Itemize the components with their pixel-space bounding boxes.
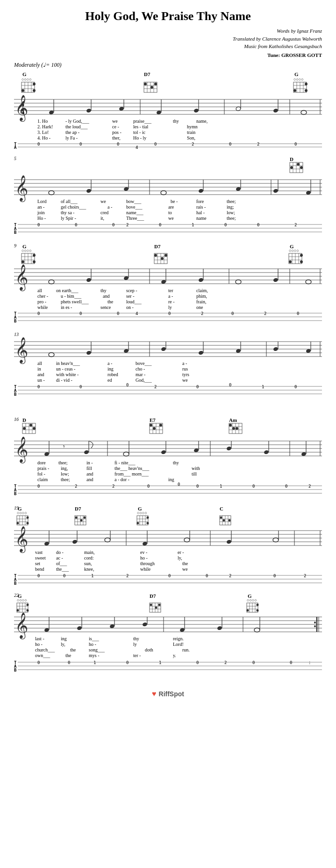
svg-text:thy: thy xyxy=(133,636,139,641)
svg-point-334 xyxy=(23,427,26,430)
svg-text:bove___: bove___ xyxy=(126,204,143,210)
svg-text:is___: is___ xyxy=(89,636,100,641)
svg-text:mys -: mys - xyxy=(89,653,100,658)
svg-text:cord:: cord: xyxy=(84,555,94,560)
svg-text:1: 1 xyxy=(192,223,194,227)
svg-text:gel  choirs___: gel choirs___ xyxy=(61,204,86,210)
svg-text:God,___: God,___ xyxy=(136,378,152,383)
svg-text:0: 0 xyxy=(37,142,40,147)
svg-text:0: 0 xyxy=(229,142,231,147)
svg-point-440 xyxy=(80,519,83,521)
svg-text:the: the xyxy=(107,299,114,304)
svg-text:claim,: claim, xyxy=(196,288,208,293)
svg-text:𝄞: 𝄞 xyxy=(15,95,28,122)
svg-point-122 xyxy=(273,188,279,193)
svg-point-183 xyxy=(33,260,36,263)
svg-text:B: B xyxy=(14,668,17,672)
svg-text:D7: D7 xyxy=(150,593,156,599)
svg-point-279 xyxy=(161,346,166,351)
svg-text:2: 2 xyxy=(224,660,227,665)
credits-words: Words by Ignaz Franz xyxy=(14,27,322,35)
svg-text:bow___: bow___ xyxy=(126,199,142,204)
svg-text:thy: thy xyxy=(173,119,179,124)
svg-text:thee;: thee; xyxy=(58,460,68,465)
svg-text:of   all___: of all___ xyxy=(61,199,78,204)
svg-text::: : xyxy=(308,660,311,665)
svg-text:a -: a - xyxy=(182,361,187,366)
svg-text:2: 2 xyxy=(154,385,157,389)
credits-music: Music from Katholishes Gesangsbuch xyxy=(14,42,322,50)
svg-text:reign.: reign. xyxy=(173,636,184,641)
svg-text:ther,: ther, xyxy=(112,135,121,140)
svg-text:2: 2 xyxy=(201,311,203,316)
svg-text:0: 0 xyxy=(206,574,208,578)
svg-text:thee;: thee; xyxy=(227,199,236,204)
svg-text:○○○○: ○○○○ xyxy=(21,77,32,82)
svg-text:and: and xyxy=(37,372,44,377)
svg-text:0: 0 xyxy=(37,223,40,227)
svg-text:a -: a - xyxy=(107,204,112,210)
svg-text:loud___: loud___ xyxy=(126,299,142,304)
svg-text:church___: church___ xyxy=(35,647,55,652)
svg-point-573 xyxy=(254,628,260,632)
svg-text:phim,: phim, xyxy=(196,294,207,299)
svg-text:ing,: ing, xyxy=(61,466,68,471)
svg-text:are: are xyxy=(168,204,174,210)
svg-text:𝄞: 𝄞 xyxy=(15,436,28,463)
svg-text:er -: er - xyxy=(178,550,184,555)
svg-point-344 xyxy=(150,424,152,427)
svg-point-212 xyxy=(86,277,92,282)
svg-point-103 xyxy=(290,166,293,169)
svg-point-368 xyxy=(123,452,129,456)
svg-text:ly,: ly, xyxy=(61,642,65,647)
svg-point-431 xyxy=(27,522,29,524)
svg-point-473 xyxy=(105,538,110,542)
svg-text:fi -  nite___: fi - nite___ xyxy=(114,460,136,465)
svg-point-370 xyxy=(161,449,166,454)
svg-text:ing: ing xyxy=(61,636,67,641)
svg-point-30 xyxy=(305,83,307,85)
svg-text:𝄞: 𝄞 xyxy=(15,337,28,364)
svg-text:thee;: thee; xyxy=(227,216,236,221)
svg-point-580 xyxy=(314,625,316,627)
staff-svg-4: 13 𝄞 xyxy=(14,330,322,410)
svg-point-374 xyxy=(226,446,232,450)
svg-text:Son,: Son, xyxy=(187,135,195,140)
svg-text:the: the xyxy=(182,561,188,566)
svg-text:2: 2 xyxy=(229,574,231,578)
svg-text:D: D xyxy=(290,156,293,162)
svg-text:𝄞: 𝄞 xyxy=(15,175,28,202)
svg-text:0: 0 xyxy=(147,484,150,489)
svg-point-221 xyxy=(273,277,279,282)
svg-text:5: 5 xyxy=(14,156,16,161)
svg-text:frain,: frain, xyxy=(196,299,206,304)
svg-text:2. Hark!: 2. Hark! xyxy=(37,124,53,129)
svg-text:in   es -: in es - xyxy=(61,305,72,310)
svg-text:1: 1 xyxy=(93,660,96,665)
svg-text:B: B xyxy=(14,491,17,496)
svg-text:ing: ing xyxy=(107,366,114,371)
svg-point-461 xyxy=(223,519,225,521)
svg-point-345 xyxy=(153,427,156,430)
svg-text:in -: in - xyxy=(86,460,93,465)
svg-text:0: 0 xyxy=(196,385,199,389)
svg-text:do -: do - xyxy=(56,550,64,555)
svg-text:0: 0 xyxy=(117,142,119,147)
svg-text:from___  morn___: from___ morn___ xyxy=(114,471,149,476)
svg-text:0: 0 xyxy=(154,142,157,147)
svg-text:with  white -: with white - xyxy=(56,372,79,377)
svg-text:𝄞: 𝄞 xyxy=(15,612,28,639)
staff-svg-1: G ○○○○ D7 G ○○○○ xyxy=(14,70,322,149)
svg-text:through: through xyxy=(140,561,155,566)
svg-text:ter -: ter - xyxy=(133,653,141,658)
svg-point-376 xyxy=(264,449,269,454)
svg-point-479 xyxy=(226,539,232,544)
svg-text:0: 0 xyxy=(63,574,65,578)
svg-text:B: B xyxy=(14,581,17,586)
svg-text:4: 4 xyxy=(136,145,138,149)
svg-text:0: 0 xyxy=(294,385,297,389)
svg-point-356 xyxy=(236,427,238,430)
svg-text:ho -: ho - xyxy=(89,642,96,647)
svg-text:0: 0 xyxy=(75,223,77,227)
staff-svg-5: 16 D E7 Am xyxy=(14,415,322,498)
